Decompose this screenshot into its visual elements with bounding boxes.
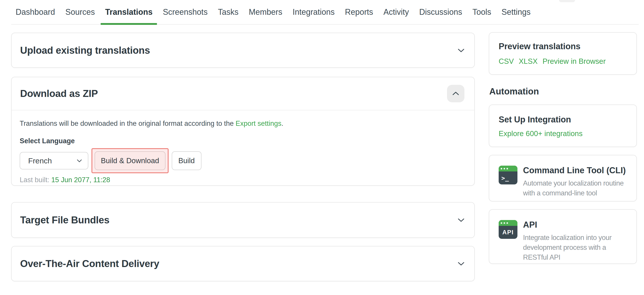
sidebar: Preview translations CSV XLSX Preview in… [489, 32, 637, 264]
cli-card-description: Automate your localization routine with … [523, 178, 628, 198]
preview-translations-title: Preview translations [499, 42, 628, 51]
export-settings-link[interactable]: Export settings [236, 120, 282, 127]
nav-item-sources[interactable]: Sources [65, 0, 95, 25]
language-select-value: French [28, 156, 52, 165]
automation-heading: Automation [489, 86, 637, 97]
preview-links-row: CSV XLSX Preview in Browser [499, 57, 628, 66]
upload-panel-title: Upload existing translations [20, 45, 150, 56]
language-select[interactable]: French [20, 152, 88, 169]
bundles-panel-title: Target File Bundles [20, 214, 109, 226]
nav-item-activity[interactable]: Activity [384, 0, 409, 25]
set-up-integration-title: Set Up Integration [499, 115, 628, 124]
collapse-panel-button[interactable] [447, 85, 464, 102]
ota-content-delivery-panel: Over-The-Air Content Delivery [11, 246, 475, 281]
download-as-zip-panel: Download as ZIP Translations will be dow… [11, 77, 475, 186]
download-description: Translations will be downloaded in the o… [20, 119, 466, 128]
api-card-title: API [523, 220, 628, 230]
build-and-download-button[interactable]: Build & Download [94, 151, 166, 170]
upload-existing-translations-panel: Upload existing translations [11, 33, 475, 68]
bundles-panel-header[interactable]: Target File Bundles [12, 203, 474, 237]
nav-item-screenshots[interactable]: Screenshots [163, 0, 208, 25]
api-card-text: API Integrate localization into your dev… [523, 220, 628, 262]
nav-item-settings[interactable]: Settings [502, 0, 531, 25]
last-built-status: Last built: 15 Jun 2077, 11:28 [20, 176, 466, 184]
highlight-annotation-box: Build & Download [92, 148, 168, 173]
build-controls-row: French Build & Download Build [20, 148, 466, 173]
chevron-down-icon [77, 159, 82, 162]
csv-link[interactable]: CSV [499, 57, 514, 66]
cli-card-title: Command Line Tool (CLI) [523, 166, 628, 175]
nav-item-tasks[interactable]: Tasks [218, 0, 238, 25]
nav-item-discussions[interactable]: Discussions [419, 0, 462, 25]
last-built-label: Last built: [20, 176, 50, 184]
chevron-down-icon [458, 48, 464, 53]
ota-panel-header[interactable]: Over-The-Air Content Delivery [12, 246, 474, 281]
download-panel-title: Download as ZIP [20, 88, 98, 99]
chevron-down-icon [458, 261, 464, 266]
api-icon: API [499, 220, 518, 239]
description-period: . [282, 120, 284, 127]
cli-card[interactable]: >_ Command Line Tool (CLI) Automate your… [489, 155, 637, 201]
explore-integrations-link[interactable]: Explore 600+ integrations [499, 129, 582, 138]
nav-item-tools[interactable]: Tools [472, 0, 491, 25]
nav-item-translations[interactable]: Translations [105, 0, 152, 25]
preview-translations-card: Preview translations CSV XLSX Preview in… [489, 32, 637, 75]
preview-in-browser-link[interactable]: Preview in Browser [542, 57, 606, 66]
chevron-up-icon [452, 91, 459, 96]
last-built-date: 15 Jun 2077, 11:28 [51, 176, 110, 184]
cli-card-text: Command Line Tool (CLI) Automate your lo… [523, 166, 628, 198]
chevron-down-icon [458, 218, 464, 222]
api-icon-label: API [499, 226, 518, 239]
build-button[interactable]: Build [172, 151, 202, 170]
upload-panel-header[interactable]: Upload existing translations [12, 33, 474, 67]
project-nav: Dashboard Sources Translations Screensho… [11, 0, 639, 25]
nav-item-reports[interactable]: Reports [345, 0, 373, 25]
ota-panel-title: Over-The-Air Content Delivery [20, 258, 159, 269]
terminal-icon: >_ [499, 166, 518, 184]
set-up-integration-card: Set Up Integration Explore 600+ integrat… [489, 105, 637, 147]
nav-item-integrations[interactable]: Integrations [292, 0, 334, 25]
nav-item-dashboard[interactable]: Dashboard [16, 0, 55, 25]
terminal-prompt-glyph: >_ [499, 171, 518, 184]
api-card-description: Integrate localization into your develop… [523, 233, 628, 262]
xlsx-link[interactable]: XLSX [519, 57, 538, 66]
translations-content: Upload existing translations Download as… [11, 33, 475, 281]
nav-item-members[interactable]: Members [249, 0, 282, 25]
target-file-bundles-panel: Target File Bundles [11, 202, 475, 238]
download-panel-header[interactable]: Download as ZIP [12, 77, 474, 110]
download-panel-body: Translations will be downloaded in the o… [12, 110, 474, 184]
description-text: Translations will be downloaded in the o… [20, 120, 236, 127]
cropped-toolbar-element [559, 0, 575, 2]
api-card[interactable]: API API Integrate localization into your… [489, 209, 637, 264]
select-language-label: Select Language [20, 137, 466, 145]
